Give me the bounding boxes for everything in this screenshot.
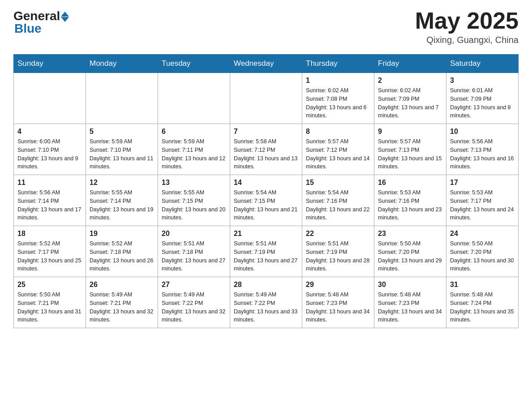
calendar-cell: 17Sunrise: 5:53 AMSunset: 7:17 PMDayligh… xyxy=(446,175,519,226)
calendar-cell: 3Sunrise: 6:01 AMSunset: 7:09 PMDaylight… xyxy=(446,73,519,124)
day-number: 21 xyxy=(234,230,298,238)
day-info: Sunrise: 5:55 AMSunset: 7:15 PMDaylight:… xyxy=(162,188,226,222)
day-info: Sunrise: 5:48 AMSunset: 7:24 PMDaylight:… xyxy=(450,291,515,324)
week-row-5: 25Sunrise: 5:50 AMSunset: 7:21 PMDayligh… xyxy=(14,277,519,328)
calendar-cell: 15Sunrise: 5:54 AMSunset: 7:16 PMDayligh… xyxy=(302,175,374,226)
logo-blue-text: Blue xyxy=(13,21,42,36)
title-section: May 2025 Qixing, Guangxi, China xyxy=(415,9,519,45)
day-info: Sunrise: 5:48 AMSunset: 7:23 PMDaylight:… xyxy=(306,291,370,324)
calendar-cell: 31Sunrise: 5:48 AMSunset: 7:24 PMDayligh… xyxy=(446,277,519,328)
calendar-cell: 7Sunrise: 5:58 AMSunset: 7:12 PMDaylight… xyxy=(230,124,302,175)
day-info: Sunrise: 5:53 AMSunset: 7:16 PMDaylight:… xyxy=(378,188,442,222)
calendar-cell: 26Sunrise: 5:49 AMSunset: 7:21 PMDayligh… xyxy=(86,277,158,328)
day-info: Sunrise: 5:55 AMSunset: 7:14 PMDaylight:… xyxy=(90,188,154,222)
day-number: 29 xyxy=(306,281,370,289)
day-number: 2 xyxy=(378,77,442,85)
day-number: 4 xyxy=(17,128,82,136)
day-info: Sunrise: 5:49 AMSunset: 7:22 PMDaylight:… xyxy=(162,291,226,324)
day-number: 30 xyxy=(378,281,442,289)
day-info: Sunrise: 5:49 AMSunset: 7:22 PMDaylight:… xyxy=(234,291,298,324)
day-number: 31 xyxy=(450,281,515,289)
calendar-cell: 29Sunrise: 5:48 AMSunset: 7:23 PMDayligh… xyxy=(302,277,374,328)
calendar-cell: 8Sunrise: 5:57 AMSunset: 7:12 PMDaylight… xyxy=(302,124,374,175)
day-number: 19 xyxy=(90,230,154,238)
weekday-header-friday: Friday xyxy=(374,55,446,73)
calendar-cell: 12Sunrise: 5:55 AMSunset: 7:14 PMDayligh… xyxy=(86,175,158,226)
day-info: Sunrise: 5:51 AMSunset: 7:18 PMDaylight:… xyxy=(162,240,226,273)
location-text: Qixing, Guangxi, China xyxy=(415,35,519,45)
day-info: Sunrise: 5:50 AMSunset: 7:21 PMDaylight:… xyxy=(17,291,82,324)
calendar-cell: 24Sunrise: 5:50 AMSunset: 7:20 PMDayligh… xyxy=(446,226,519,277)
day-info: Sunrise: 5:52 AMSunset: 7:18 PMDaylight:… xyxy=(90,240,154,273)
day-number: 18 xyxy=(17,230,82,238)
day-number: 8 xyxy=(306,128,370,136)
calendar-cell: 21Sunrise: 5:51 AMSunset: 7:19 PMDayligh… xyxy=(230,226,302,277)
weekday-header-thursday: Thursday xyxy=(302,55,374,73)
week-row-2: 4Sunrise: 6:00 AMSunset: 7:10 PMDaylight… xyxy=(14,124,519,175)
calendar-cell xyxy=(14,73,86,124)
day-number: 14 xyxy=(234,179,298,187)
day-number: 13 xyxy=(162,179,226,187)
calendar-cell: 4Sunrise: 6:00 AMSunset: 7:10 PMDaylight… xyxy=(14,124,86,175)
day-info: Sunrise: 5:54 AMSunset: 7:16 PMDaylight:… xyxy=(306,188,370,222)
day-info: Sunrise: 5:50 AMSunset: 7:20 PMDaylight:… xyxy=(378,240,442,273)
day-number: 25 xyxy=(17,281,82,289)
calendar-cell: 18Sunrise: 5:52 AMSunset: 7:17 PMDayligh… xyxy=(14,226,86,277)
day-number: 10 xyxy=(450,128,515,136)
calendar-cell: 23Sunrise: 5:50 AMSunset: 7:20 PMDayligh… xyxy=(374,226,446,277)
day-number: 24 xyxy=(450,230,515,238)
calendar-cell: 20Sunrise: 5:51 AMSunset: 7:18 PMDayligh… xyxy=(158,226,230,277)
calendar-cell: 10Sunrise: 5:56 AMSunset: 7:13 PMDayligh… xyxy=(446,124,519,175)
day-number: 7 xyxy=(234,128,298,136)
day-number: 26 xyxy=(90,281,154,289)
calendar-cell: 25Sunrise: 5:50 AMSunset: 7:21 PMDayligh… xyxy=(14,277,86,328)
day-info: Sunrise: 5:52 AMSunset: 7:17 PMDaylight:… xyxy=(17,240,82,273)
week-row-3: 11Sunrise: 5:56 AMSunset: 7:14 PMDayligh… xyxy=(14,175,519,226)
day-info: Sunrise: 5:51 AMSunset: 7:19 PMDaylight:… xyxy=(234,240,298,273)
calendar-cell: 28Sunrise: 5:49 AMSunset: 7:22 PMDayligh… xyxy=(230,277,302,328)
day-info: Sunrise: 5:53 AMSunset: 7:17 PMDaylight:… xyxy=(450,188,515,222)
day-number: 3 xyxy=(450,77,515,85)
day-info: Sunrise: 5:56 AMSunset: 7:14 PMDaylight:… xyxy=(17,188,82,222)
day-info: Sunrise: 5:50 AMSunset: 7:20 PMDaylight:… xyxy=(450,240,515,273)
day-number: 12 xyxy=(90,179,154,187)
weekday-header-row: SundayMondayTuesdayWednesdayThursdayFrid… xyxy=(14,55,519,73)
day-info: Sunrise: 6:01 AMSunset: 7:09 PMDaylight:… xyxy=(450,86,515,120)
day-info: Sunrise: 5:56 AMSunset: 7:13 PMDaylight:… xyxy=(450,137,515,171)
day-number: 23 xyxy=(378,230,442,238)
weekday-header-tuesday: Tuesday xyxy=(158,55,230,73)
day-number: 22 xyxy=(306,230,370,238)
calendar-cell: 22Sunrise: 5:51 AMSunset: 7:19 PMDayligh… xyxy=(302,226,374,277)
day-number: 9 xyxy=(378,128,442,136)
calendar-cell: 14Sunrise: 5:54 AMSunset: 7:15 PMDayligh… xyxy=(230,175,302,226)
calendar-cell: 30Sunrise: 5:48 AMSunset: 7:23 PMDayligh… xyxy=(374,277,446,328)
day-info: Sunrise: 5:57 AMSunset: 7:13 PMDaylight:… xyxy=(378,137,442,171)
month-title: May 2025 xyxy=(415,9,519,32)
day-info: Sunrise: 5:54 AMSunset: 7:15 PMDaylight:… xyxy=(234,188,298,222)
day-info: Sunrise: 5:48 AMSunset: 7:23 PMDaylight:… xyxy=(378,291,442,324)
calendar-cell: 9Sunrise: 5:57 AMSunset: 7:13 PMDaylight… xyxy=(374,124,446,175)
day-info: Sunrise: 6:02 AMSunset: 7:08 PMDaylight:… xyxy=(306,86,370,120)
day-info: Sunrise: 5:59 AMSunset: 7:11 PMDaylight:… xyxy=(162,137,226,171)
weekday-header-monday: Monday xyxy=(86,55,158,73)
day-number: 11 xyxy=(17,179,82,187)
day-info: Sunrise: 5:51 AMSunset: 7:19 PMDaylight:… xyxy=(306,240,370,273)
day-number: 27 xyxy=(162,281,226,289)
calendar-cell: 13Sunrise: 5:55 AMSunset: 7:15 PMDayligh… xyxy=(158,175,230,226)
calendar-cell xyxy=(158,73,230,124)
calendar-cell xyxy=(230,73,302,124)
day-number: 15 xyxy=(306,179,370,187)
calendar-cell: 5Sunrise: 5:59 AMSunset: 7:10 PMDaylight… xyxy=(86,124,158,175)
weekday-header-sunday: Sunday xyxy=(14,55,86,73)
day-number: 5 xyxy=(90,128,154,136)
day-info: Sunrise: 6:00 AMSunset: 7:10 PMDaylight:… xyxy=(17,137,82,171)
calendar-cell: 16Sunrise: 5:53 AMSunset: 7:16 PMDayligh… xyxy=(374,175,446,226)
day-number: 28 xyxy=(234,281,298,289)
calendar-cell: 27Sunrise: 5:49 AMSunset: 7:22 PMDayligh… xyxy=(158,277,230,328)
day-info: Sunrise: 5:57 AMSunset: 7:12 PMDaylight:… xyxy=(306,137,370,171)
page-header: General Blue May 2025 Qixing, Guangxi, C… xyxy=(13,9,519,45)
week-row-1: 1Sunrise: 6:02 AMSunset: 7:08 PMDaylight… xyxy=(14,73,519,124)
calendar-cell: 1Sunrise: 6:02 AMSunset: 7:08 PMDaylight… xyxy=(302,73,374,124)
weekday-header-wednesday: Wednesday xyxy=(230,55,302,73)
day-info: Sunrise: 6:02 AMSunset: 7:09 PMDaylight:… xyxy=(378,86,442,120)
